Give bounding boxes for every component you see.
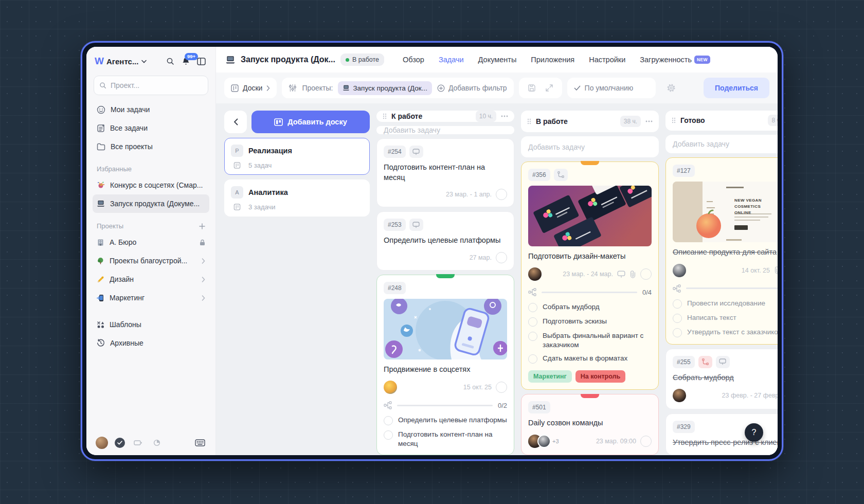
column-menu-icon[interactable] [645,120,653,122]
sliders-icon[interactable] [289,84,297,92]
task-card-248[interactable]: #248 [376,275,514,455]
add-project-icon[interactable] [199,223,205,229]
drag-handle-icon[interactable] [383,113,387,119]
assignee-avatars[interactable]: +3 [528,435,559,448]
subtask-item[interactable]: Утвердить текст с заказчиком [673,328,778,337]
subtask-checkbox[interactable] [384,416,393,425]
tab-settings[interactable]: Настройки [589,56,625,64]
complete-task-ring[interactable] [640,268,652,280]
user-avatar[interactable] [96,437,108,449]
board-list-item-realization[interactable]: P Реализация 5 задач [224,138,370,175]
save-icon[interactable] [526,82,538,94]
task-card-253[interactable]: #253 Определить целевые платформы 27 мар… [376,211,514,271]
sidebar-item-bureau[interactable]: А. Бюро [93,233,209,251]
view-switcher-boards[interactable]: Доски [224,78,277,98]
chevron-right-icon[interactable] [202,295,205,301]
assignee-avatar[interactable] [673,264,686,277]
project-filter-chip[interactable]: Запуск продукта (Док... [338,81,431,95]
sidebar-item-templates[interactable]: Шаблоны [93,315,209,334]
tag-on-review[interactable]: На контроль [575,370,625,383]
subtask-checkbox[interactable] [673,299,682,309]
subtask-checkbox[interactable] [673,328,682,337]
complete-task-ring[interactable] [496,252,507,263]
drag-handle-icon[interactable] [527,118,531,124]
board-name: Реализация [248,147,292,155]
subtask-item[interactable]: Подготовить эскизы [528,317,652,327]
sidebar-item-all-projects[interactable]: Все проекты [93,137,209,156]
share-button[interactable]: Поделиться [704,78,769,98]
view-preset-dropdown[interactable]: По умолчанию [567,78,656,98]
add-task-input[interactable]: Добавить задачу [376,126,514,134]
sidebar-item-contest-project[interactable]: Конкурс в соцсетях (Смар... [93,176,209,194]
expand-icon[interactable] [543,82,555,94]
sidebar-item-all-tasks[interactable]: Все задачи [93,119,209,137]
notifications-bell-icon[interactable]: 99+ [179,55,192,67]
chevron-right-icon[interactable] [202,258,205,264]
subtask-item[interactable]: Собрать мудборд [528,302,652,312]
board-name: Аналитика [248,188,288,196]
sidebar-item-marketing[interactable]: Маркетинг [93,289,209,307]
project-search[interactable] [94,76,208,95]
subtask-checkbox[interactable] [384,430,393,440]
tab-tasks[interactable]: Задачи [439,56,464,64]
subtask-checkbox[interactable] [673,314,682,323]
subtask-checkbox[interactable] [528,317,537,327]
subtask-checkbox[interactable] [528,303,537,312]
add-task-input[interactable]: Добавить задачу [521,136,659,157]
task-card-356[interactable]: #356 [521,161,659,390]
assignee-avatar[interactable] [384,381,397,394]
subtask-checkbox[interactable] [528,332,537,341]
tab-overview[interactable]: Обзор [403,56,424,64]
complete-task-ring[interactable] [640,436,652,447]
board-list-item-analytics[interactable]: A Аналитика 3 задачи [224,179,370,217]
add-filter-button[interactable]: Добавить фильтр [437,84,507,92]
complete-task-ring[interactable] [496,189,507,200]
sidebar-item-archive[interactable]: Архивные [93,334,209,352]
sidebar-toggle-icon[interactable] [195,55,207,67]
assignee-avatar[interactable] [673,389,686,402]
subtask-item[interactable]: Сдать макеты в форматах [528,354,652,364]
help-button[interactable]: ? [745,423,763,442]
sidebar-item-my-tasks[interactable]: Мои задачи [93,100,209,119]
subtask-item[interactable]: Провести исследование [673,299,778,309]
complete-task-ring[interactable] [496,382,507,393]
gear-icon[interactable] [665,82,677,94]
status-badge[interactable]: В работе [340,53,384,66]
battery-icon[interactable] [132,437,144,449]
pie-chart-icon[interactable] [151,437,163,449]
subtask-label: Подготовить эскизы [543,317,607,326]
add-board-button[interactable]: Добавить доску [251,111,370,133]
assignee-avatar[interactable] [528,267,542,281]
subtask-checkbox[interactable] [528,354,537,364]
search-icon[interactable] [164,55,176,67]
done-tasks-icon[interactable] [115,438,125,448]
add-task-input[interactable]: Добавить задачу [665,135,778,154]
task-card-127[interactable]: #127 [665,157,778,345]
subtask-item[interactable]: Написать текст [673,313,778,323]
chevron-right-icon[interactable] [202,277,205,282]
column-menu-icon[interactable] [501,115,508,117]
tab-workload[interactable]: Загруженность NEW [640,56,710,64]
column-header[interactable]: В работе 38 ч. [521,111,659,132]
tag-marketing[interactable]: Маркетинг [528,370,572,383]
subtask-item[interactable]: Подготовить контент-план на месяц [384,430,507,448]
subtask-item[interactable]: Определить целевые платформы [384,416,507,425]
workspace-switcher[interactable]: W Агентс... 99+ [93,54,209,68]
laptop-icon [343,85,350,91]
task-card-501[interactable]: #501 Daily созвон команды +3 23 мар. 09:… [521,394,659,455]
sidebar-item-improvement-projects[interactable]: Проекты благоустрой... [93,251,209,270]
subtask-item[interactable]: Выбрать финальный вариант с заказчиком [528,331,652,349]
task-card-254[interactable]: #254 Подготовить контент-план на месяц 2… [376,138,514,207]
column-header[interactable]: Готово 8 ч. [665,111,778,131]
collapse-panel-button[interactable] [224,111,247,133]
project-search-input[interactable] [111,81,203,89]
keyboard-icon[interactable] [194,437,206,449]
tab-apps[interactable]: Приложения [531,56,574,64]
add-board-label: Добавить доску [287,118,347,126]
sidebar-item-design[interactable]: Дизайн [93,270,209,289]
task-card-255[interactable]: #255 Собрать мудборд 23 февр. - 27 февр. [665,349,778,410]
tab-documents[interactable]: Документы [478,56,517,64]
column-header[interactable]: К работе 10 ч. [376,111,514,122]
sidebar-item-product-launch[interactable]: Запуск продукта (Докуме... [93,194,209,213]
drag-handle-icon[interactable] [672,117,676,123]
